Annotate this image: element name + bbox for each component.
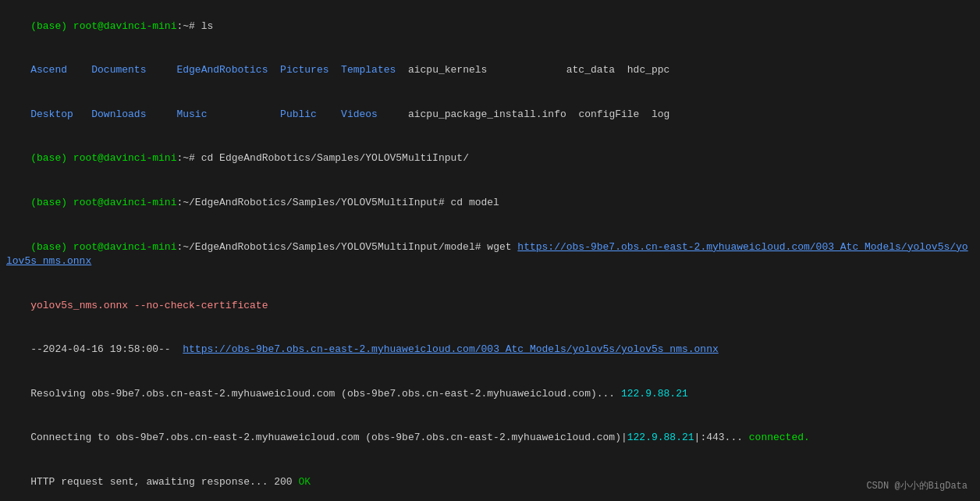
ls-row2: Desktop Downloads Music Public Videos ai…	[6, 93, 974, 137]
line-http1: HTTP request sent, awaiting response... …	[6, 460, 974, 501]
line-date1: --2024-04-16 19:58:00-- https://obs-9be7…	[6, 329, 974, 373]
line-wget1: (base) root@davinci-mini:~/EdgeAndRoboti…	[6, 226, 974, 284]
line-connecting1: Connecting to obs-9be7.obs.cn-east-2.myh…	[6, 417, 974, 461]
prompt-user: (base) root@davinci-mini	[30, 20, 176, 32]
watermark: CSDN @小小的BigData	[866, 480, 968, 493]
terminal: (base) root@davinci-mini:~# ls Ascend Do…	[0, 0, 980, 501]
line-resolving1: Resolving obs-9be7.obs.cn-east-2.myhuawe…	[6, 372, 974, 417]
line-ls-cmd: (base) root@davinci-mini:~# ls	[6, 5, 974, 49]
line-cd2: (base) root@davinci-mini:~/EdgeAndRoboti…	[6, 181, 974, 226]
ls-row1: Ascend Documents EdgeAndRobotics Picture…	[6, 49, 974, 94]
line-wget1-flag: yolov5s_nms.onnx --no-check-certificate	[6, 284, 974, 329]
line-cd1: (base) root@davinci-mini:~# cd EdgeAndRo…	[6, 137, 974, 182]
